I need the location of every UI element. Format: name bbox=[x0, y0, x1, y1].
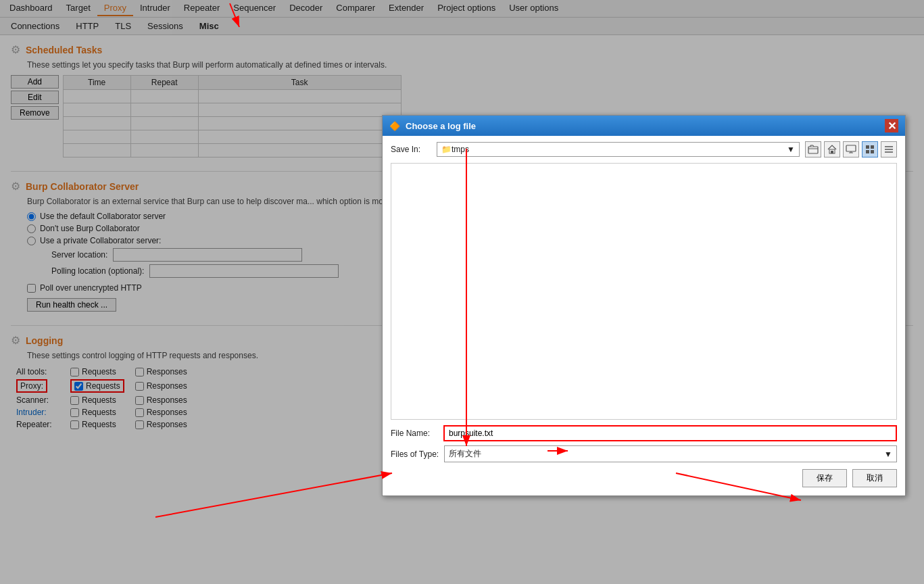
dialog-title: Choose a log file bbox=[406, 121, 476, 131]
file-name-row: File Name: bbox=[391, 425, 897, 441]
file-browser-area[interactable] bbox=[391, 163, 897, 420]
svg-rect-0 bbox=[808, 147, 818, 153]
files-type-arrow: ▼ bbox=[884, 449, 892, 459]
save-in-combo[interactable]: 📁 tmps ▼ bbox=[437, 142, 800, 157]
list-view-icon[interactable] bbox=[881, 141, 897, 157]
grid-view-icon[interactable] bbox=[862, 141, 878, 157]
toolbar-icons bbox=[805, 141, 897, 157]
svg-rect-2 bbox=[831, 151, 833, 153]
file-name-input[interactable] bbox=[443, 425, 897, 441]
file-chooser-dialog: 🔶 Choose a log file ✕ Save In: 📁 tmps ▼ bbox=[382, 115, 906, 496]
combo-arrow: ▼ bbox=[787, 145, 795, 154]
files-type-label: Files of Type: bbox=[391, 449, 439, 459]
new-folder-icon[interactable] bbox=[805, 141, 821, 157]
svg-rect-5 bbox=[871, 145, 874, 149]
save-in-row: Save In: 📁 tmps ▼ bbox=[391, 141, 897, 157]
dialog-body: Save In: 📁 tmps ▼ bbox=[383, 136, 905, 495]
save-in-label: Save In: bbox=[391, 145, 431, 154]
dialog-titlebar: 🔶 Choose a log file ✕ bbox=[383, 116, 905, 136]
svg-rect-6 bbox=[866, 150, 869, 153]
home-icon[interactable] bbox=[824, 141, 840, 157]
dialog-button-row: 保存 取消 bbox=[391, 469, 897, 490]
file-name-label: File Name: bbox=[391, 429, 438, 438]
dialog-close-button[interactable]: ✕ bbox=[885, 119, 898, 132]
save-in-value: tmps bbox=[452, 145, 469, 154]
folder-icon: 📁 bbox=[441, 145, 452, 154]
svg-rect-4 bbox=[866, 145, 869, 149]
files-type-row: Files of Type: 所有文件 ▼ bbox=[391, 445, 897, 462]
dialog-icon: 🔶 bbox=[389, 121, 400, 131]
desktop-icon[interactable] bbox=[843, 141, 859, 157]
files-type-combo[interactable]: 所有文件 ▼ bbox=[444, 445, 897, 462]
svg-rect-7 bbox=[871, 150, 874, 153]
svg-rect-3 bbox=[846, 145, 856, 151]
files-type-value: 所有文件 bbox=[449, 448, 481, 460]
dialog-title-left: 🔶 Choose a log file bbox=[389, 121, 476, 131]
save-button[interactable]: 保存 bbox=[802, 469, 847, 487]
cancel-button[interactable]: 取消 bbox=[852, 469, 897, 487]
